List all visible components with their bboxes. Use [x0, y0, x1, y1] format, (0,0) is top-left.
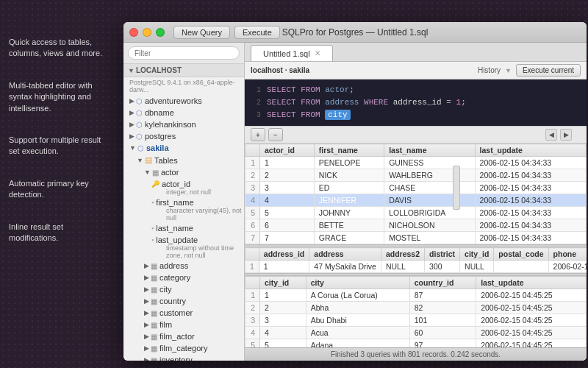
scroll-right-button[interactable]: ▶	[560, 129, 572, 141]
table-cell[interactable]: PENELOPE	[314, 157, 384, 169]
table-row[interactable]: 33EDCHASE2006-02-15 04:34:33	[245, 182, 587, 194]
col-header-first-name[interactable]: first_name	[314, 144, 384, 157]
table-row[interactable]: 11PENELOPEGUINESS2006-02-15 04:34:33	[245, 157, 587, 169]
table-film-category[interactable]: ▦ film_category	[123, 342, 244, 354]
tab-untitled[interactable]: Untitled 1.sql ✕	[251, 45, 333, 61]
table-cell[interactable]: 60	[409, 327, 476, 339]
table-cell[interactable]: 2006-02-15 04:34:33	[475, 219, 586, 232]
city-col-header-last-update[interactable]: last_update	[476, 277, 587, 289]
addr-col-header-city-id[interactable]: city_id	[460, 248, 494, 261]
scroll-left-button[interactable]: ◀	[545, 129, 557, 141]
table-cell[interactable]: 3	[260, 314, 306, 327]
table-cell[interactable]: JENNIFER	[314, 194, 384, 207]
history-button[interactable]: History	[478, 66, 501, 74]
addr-col-header-district[interactable]: district	[425, 248, 460, 261]
table-cell[interactable]: 47 MySakila Drive	[309, 261, 381, 273]
table-film-actor[interactable]: ▦ film_actor	[123, 330, 244, 342]
table-row[interactable]: 22NICKWAHLBERG2006-02-15 04:34:33	[245, 169, 587, 182]
col-header-last-name[interactable]: last_name	[384, 144, 475, 157]
table-row[interactable]: 11A Corua (La Corua)872006-02-15 04:45:2…	[245, 289, 587, 302]
city-col-header-country-id[interactable]: country_id	[409, 277, 476, 289]
table-cell[interactable]: Acua	[306, 327, 409, 339]
table-cell[interactable]: A Corua (La Corua)	[306, 289, 409, 302]
tables-folder[interactable]: ▤ Tables	[123, 154, 244, 166]
close-button[interactable]	[129, 28, 138, 37]
table-cell[interactable]: 101	[409, 314, 476, 327]
table-cell[interactable]: 4	[260, 194, 315, 207]
table-cell[interactable]: NULL	[460, 261, 494, 273]
table-city[interactable]: ▦ city	[123, 283, 244, 295]
table-cell[interactable]: NICK	[314, 169, 384, 182]
table-row[interactable]: 77GRACEMOSTEL2006-02-15 04:34:33	[245, 232, 587, 244]
db-sakila[interactable]: ⬡ sakila	[123, 142, 244, 154]
table-category[interactable]: ▦ category	[123, 272, 244, 283]
table-cell[interactable]: 2006-02-15 04:45:25	[476, 327, 587, 339]
new-query-button[interactable]: New Query	[173, 26, 230, 39]
table-film[interactable]: ▦ film	[123, 319, 244, 330]
vertical-scrollbar[interactable]	[453, 166, 460, 210]
city-col-header-city-id[interactable]: city_id	[260, 277, 306, 289]
addr-col-header-address[interactable]: address	[309, 248, 381, 261]
table-customer[interactable]: ▦ customer	[123, 307, 244, 319]
table-cell[interactable]: DAVIS	[384, 194, 475, 207]
table-cell[interactable]: 2006-02-15 04:45:25	[476, 289, 587, 302]
db-dbname[interactable]: ⬡ dbname	[123, 107, 244, 118]
table-cell[interactable]: MOSTEL	[384, 232, 475, 244]
table-cell[interactable]: JOHNNY	[314, 207, 384, 219]
table-country[interactable]: ▦ country	[123, 295, 244, 307]
table-cell[interactable]	[494, 261, 548, 273]
table-cell[interactable]: 82	[409, 302, 476, 314]
table-cell[interactable]: ED	[314, 182, 384, 194]
table-cell[interactable]: 2006-02-15 04:45:30	[548, 261, 587, 273]
table-cell[interactable]: LOLLOBRIGIDA	[384, 207, 475, 219]
addr-col-header-phone[interactable]: phone	[548, 248, 587, 261]
table-cell[interactable]: 2006-02-15 04:45:25	[476, 339, 587, 348]
table-row[interactable]: 22Abha822006-02-15 04:45:25	[245, 302, 587, 314]
code-editor[interactable]: 1 SELECT FROM actor; 2 SELECT FROM addre…	[245, 79, 587, 126]
table-cell[interactable]: CHASE	[384, 182, 475, 194]
col-last-name[interactable]: ▪ last_name	[123, 222, 244, 234]
table-row[interactable]: 1147 MySakila DriveNULL300NULL2006-02-15…	[245, 261, 587, 273]
table-cell[interactable]: 5	[260, 207, 315, 219]
table-cell[interactable]: 2006-02-15 04:34:33	[475, 182, 586, 194]
addr-col-header-address-id[interactable]: address_id	[259, 248, 309, 261]
server-header[interactable]: LOCALHOST	[123, 64, 244, 77]
tab-close-icon[interactable]: ✕	[315, 49, 320, 57]
execute-button[interactable]: Execute	[234, 26, 280, 39]
results-container[interactable]: actor_id first_name last_name last_updat…	[245, 144, 587, 347]
table-cell[interactable]: 2006-02-15 04:34:33	[475, 157, 586, 169]
table-cell[interactable]: WAHLBERG	[384, 169, 475, 182]
table-address[interactable]: ▦ address	[123, 260, 244, 272]
db-kylehankinson[interactable]: ⬡ kylehankinson	[123, 118, 244, 130]
table-cell[interactable]: 2006-02-15 04:34:33	[475, 207, 586, 219]
add-row-button[interactable]: +	[251, 128, 265, 141]
table-cell[interactable]: 5	[260, 339, 306, 348]
table-cell[interactable]: 2006-02-15 04:34:33	[475, 194, 586, 207]
table-cell[interactable]: 7	[260, 232, 315, 244]
table-cell[interactable]: 1	[260, 289, 306, 302]
table-cell[interactable]: 6	[260, 219, 315, 232]
table-cell[interactable]: BETTE	[314, 219, 384, 232]
maximize-button[interactable]	[156, 28, 165, 37]
table-cell[interactable]: NULL	[381, 261, 424, 273]
table-cell[interactable]: 97	[409, 339, 476, 348]
addr-col-header-address2[interactable]: address2	[381, 248, 424, 261]
col-header-last-update[interactable]: last_update	[475, 144, 586, 157]
table-cell[interactable]: 3	[260, 182, 315, 194]
search-input[interactable]	[128, 46, 240, 60]
table-cell[interactable]: GUINESS	[384, 157, 475, 169]
table-row[interactable]: 44Acua602006-02-15 04:45:25	[245, 327, 587, 339]
table-cell[interactable]: 87	[409, 289, 476, 302]
table-cell[interactable]: 2	[260, 169, 315, 182]
col-header-actor-id[interactable]: actor_id	[260, 144, 315, 157]
table-cell[interactable]: 2006-02-15 04:45:25	[476, 314, 587, 327]
addr-col-header-postal[interactable]: postal_code	[494, 248, 548, 261]
db-adventureworks[interactable]: ⬡ adventureworks	[123, 95, 244, 107]
remove-row-button[interactable]: −	[268, 128, 283, 141]
table-cell[interactable]: Abu Dhabi	[306, 314, 409, 327]
table-row[interactable]: 33Abu Dhabi1012006-02-15 04:45:25	[245, 314, 587, 327]
table-cell[interactable]: 300	[425, 261, 460, 273]
table-cell[interactable]: 1	[259, 261, 309, 273]
db-postgres[interactable]: ⬡ postgres	[123, 130, 244, 142]
table-cell[interactable]: GRACE	[314, 232, 384, 244]
